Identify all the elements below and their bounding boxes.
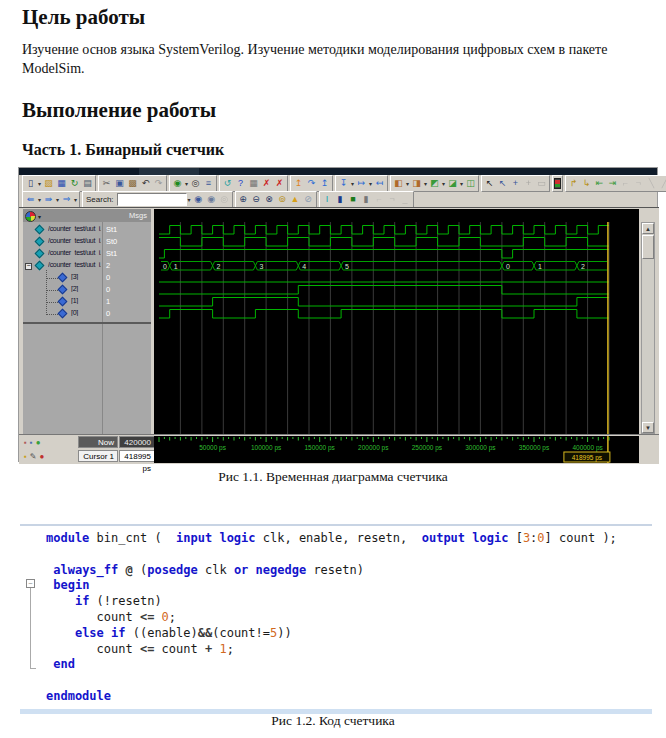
signal-row[interactable]: [1]1 (23, 296, 151, 308)
toolbar-group: ↺?▦✗✗ (219, 175, 288, 192)
outline-icon[interactable]: ≡ (202, 177, 215, 190)
goal-paragraph: Изучение основ языка SystemVerilog. Изуч… (22, 40, 654, 78)
run-length-icon[interactable]: ◧ (392, 177, 405, 190)
compile-icon[interactable]: ◉ (171, 177, 184, 190)
open-folder-icon[interactable]: ▨ (42, 177, 55, 190)
signal-row[interactable]: /counter_test/uut_i...St1 (23, 224, 151, 236)
edge-left-icon[interactable]: ⌐ (373, 193, 386, 206)
prev-fall-icon[interactable]: ╲ (645, 177, 658, 190)
step-into-icon[interactable]: ↧ (337, 177, 350, 190)
timeline-ruler[interactable]: 50000 ps100000 ps150000 ps200000 ps25000… (154, 436, 639, 463)
restart-sim-icon[interactable]: ↥ (292, 177, 305, 190)
stop-sim-icon[interactable] (554, 178, 561, 189)
zoom-warning-icon[interactable]: ▲ (289, 193, 302, 206)
collapse-icon[interactable]: − (25, 263, 32, 270)
signal-row[interactable]: /counter_test/uut_i...St1 (23, 248, 151, 260)
scrollbar-thumb[interactable] (642, 235, 654, 259)
run-continue2-icon[interactable]: ◩ (428, 177, 441, 190)
break-icon[interactable]: ◫ (464, 177, 477, 190)
run-all2-icon[interactable]: ◪ (446, 177, 459, 190)
edge-low-icon[interactable]: _ (399, 193, 412, 206)
zoom-in-icon[interactable]: ⊕ (237, 193, 250, 206)
now-row-icons: ▪▪● (22, 436, 76, 449)
continue-run-icon[interactable]: ↷ (305, 177, 318, 190)
zoom-cursor-icon[interactable]: ⊚ (276, 193, 289, 206)
select-bar-icon[interactable]: ▮ (334, 193, 347, 206)
scroll-up-icon[interactable]: ▲ (642, 223, 654, 234)
wave-select-icon[interactable]: ▪ (24, 438, 27, 447)
paste-icon[interactable]: ▩ (126, 177, 139, 190)
scroll-down-icon[interactable]: ▼ (642, 422, 654, 433)
forward-icon[interactable]: ⇛ (42, 193, 55, 206)
add-marker-icon[interactable]: ■ (347, 193, 360, 206)
find-icon[interactable]: ◎ (189, 177, 202, 190)
gray-bar-icon[interactable]: ▮ (360, 193, 373, 206)
signal-row[interactable]: [0]0 (23, 308, 151, 320)
undo-icon[interactable]: ↶ (139, 177, 152, 190)
goto-icon[interactable]: ⇒ (60, 193, 73, 206)
find-prev-icon[interactable]: ◉ (205, 193, 218, 206)
zoom-full-icon[interactable]: ⊗ (263, 193, 276, 206)
prev-rise-icon[interactable]: ⌐ (619, 177, 632, 190)
edit-mode-icon[interactable]: ▭ (535, 177, 548, 190)
lock-cursor-icon[interactable]: ▪ (24, 452, 27, 461)
pan-mode-icon[interactable]: + (509, 177, 522, 190)
next-transition-icon[interactable]: ↳ (580, 177, 593, 190)
help-icon[interactable]: ? (234, 177, 247, 190)
run-all-icon[interactable]: ↥ (318, 177, 331, 190)
wave-tab-dropdown-icon[interactable]: ▾ (38, 213, 41, 220)
edit-cursor-icon[interactable]: ✎ (30, 452, 37, 461)
delete-cursor-icon[interactable]: ● (40, 452, 45, 461)
signal-row[interactable]: /counter_test/uut_i...St0 (23, 236, 151, 248)
signal-row[interactable]: [2]0 (23, 284, 151, 296)
cursor-row-label[interactable]: Cursor 1 (78, 450, 118, 462)
wave-expand-icon[interactable]: ● (36, 438, 41, 447)
step-out-icon[interactable]: ↤ (373, 177, 386, 190)
wave-window-icon[interactable]: ▪ (30, 438, 33, 447)
copy-icon[interactable]: ▣ (113, 177, 126, 190)
toolbar-group: Search:▾◉◉◎ (82, 191, 233, 208)
reload-icon[interactable]: ↻ (68, 177, 81, 190)
prev-edge-icon[interactable]: ⇤ (593, 177, 606, 190)
insert-cursor-icon[interactable]: I (321, 193, 334, 206)
next-edge-icon[interactable]: ⇥ (606, 177, 619, 190)
new-file-icon[interactable]: ▯ (24, 177, 37, 190)
remove-item-icon[interactable]: ✗ (260, 177, 273, 190)
cut-icon[interactable]: ✂ (100, 177, 113, 190)
toolbar-group: ◧▾◨▾◩▾◪▾◫ (390, 175, 479, 192)
goto-dropdown-icon[interactable]: ▾ (73, 196, 78, 203)
find-next-icon[interactable]: ◉ (192, 193, 205, 206)
search-input[interactable] (117, 193, 187, 206)
signal-names-panel[interactable]: /counter_test/uut_i...St1/counter_test/u… (23, 222, 151, 434)
svg-text:1: 1 (538, 263, 542, 270)
wave-panel: Msgs ▾ /counter_test/uut_i...St1/counter… (19, 207, 659, 464)
signal-row[interactable]: [3]0 (23, 272, 151, 284)
run-icon[interactable]: ◨ (410, 177, 423, 190)
recompile-icon[interactable]: ↺ (221, 177, 234, 190)
zoom-mode-icon[interactable]: ↖ (496, 177, 509, 190)
zoom-range-icon[interactable]: ⊘ (302, 193, 315, 206)
crosshair-mode-icon[interactable]: + (522, 177, 535, 190)
save-icon[interactable]: ▦ (55, 177, 68, 190)
next-fall-icon[interactable]: ╱ (658, 177, 666, 190)
code-token: ; (169, 610, 176, 624)
print-icon[interactable]: ▤ (81, 177, 94, 190)
signal-row[interactable]: −/counter_test/uut_i...2 (23, 260, 151, 272)
redo-icon[interactable]: ↷ (152, 177, 165, 190)
back-icon[interactable]: ⇚ (24, 193, 37, 206)
zoom-out-icon[interactable]: ⊖ (250, 193, 263, 206)
step-over-icon[interactable]: ↦ (355, 177, 368, 190)
edge-right-icon[interactable]: ¬ (386, 193, 399, 206)
wave-vertical-scrollbar[interactable]: ▲ ▼ (641, 222, 655, 434)
svg-text:2: 2 (581, 263, 585, 270)
grid-icon[interactable]: ▦ (247, 177, 260, 190)
find-options-icon[interactable]: ◎ (218, 193, 231, 206)
prev-transition-icon[interactable]: ↱ (567, 177, 580, 190)
waveform-canvas[interactable]: 012345012 (154, 222, 639, 434)
delete-item-icon[interactable]: ✗ (273, 177, 286, 190)
code-token: ((enable) (126, 626, 198, 640)
figure1-caption: Рис 1.1. Временная диаграмма счетчика (0, 469, 666, 485)
select-mode-icon[interactable]: ↖ (483, 177, 496, 190)
wave-tab-icon[interactable] (25, 211, 36, 222)
next-rise-icon[interactable]: ¬ (632, 177, 645, 190)
